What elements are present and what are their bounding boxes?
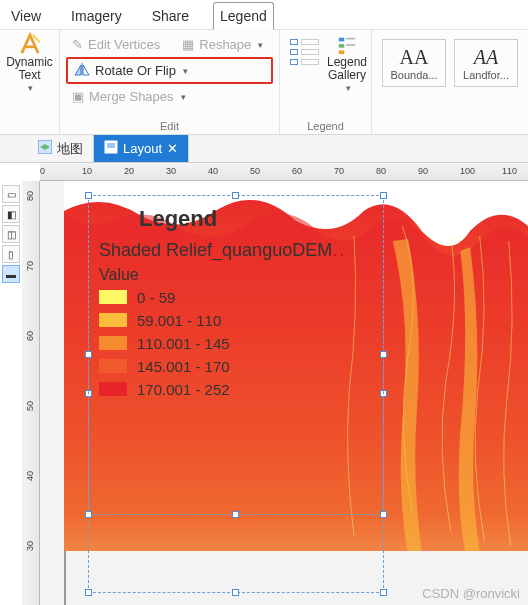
- text-style-icon: AA: [474, 46, 498, 69]
- dynamic-text-icon: [20, 35, 40, 55]
- resize-handle[interactable]: [232, 511, 239, 518]
- legend-swatch: [99, 382, 127, 396]
- resize-handle[interactable]: [380, 589, 387, 596]
- ruler-tick: 50: [25, 401, 35, 411]
- ruler-tick: 50: [250, 166, 260, 176]
- legend-item-label: 145.001 - 170: [137, 358, 230, 375]
- legend-swatch: [99, 290, 127, 304]
- reshape-button: ▦ Reshape ▾: [176, 35, 269, 54]
- ruler-tick: 80: [25, 191, 35, 201]
- tab-legend[interactable]: Legend: [213, 2, 274, 30]
- ruler-tick: 80: [376, 166, 386, 176]
- merge-shapes-icon: ▣: [72, 89, 84, 104]
- text-style-label: Bounda...: [390, 69, 437, 81]
- ruler-tick: 20: [124, 166, 134, 176]
- legend-item: 0 - 59: [99, 286, 346, 309]
- tool-button-active[interactable]: ▬: [2, 265, 20, 283]
- close-icon[interactable]: ✕: [167, 141, 178, 156]
- chevron-down-icon: ▾: [183, 66, 188, 76]
- chevron-down-icon: ▾: [258, 40, 263, 50]
- merge-shapes-button: ▣ Merge Shapes ▾: [66, 87, 273, 106]
- svg-rect-2: [339, 44, 344, 48]
- page-canvas[interactable]: Legend Shaded Relief_quanguoDEM.. Value …: [40, 181, 528, 605]
- layout-canvas: ▭ ◧ ◫ ▯ ▬ 0102030405060708090100110 8070…: [0, 163, 528, 605]
- legend-swatch: [99, 359, 127, 373]
- chevron-down-icon: ▾: [28, 83, 33, 93]
- watermark: CSDN @ronvicki: [422, 586, 520, 601]
- chevron-down-icon: ▾: [346, 83, 351, 93]
- rotate-flip-icon: [74, 62, 90, 79]
- edit-vertices-label: Edit Vertices: [88, 37, 160, 52]
- legend-item: 110.001 - 145: [99, 332, 346, 355]
- resize-handle[interactable]: [85, 511, 92, 518]
- ruler-tick: 10: [82, 166, 92, 176]
- legend-group-label: Legend: [286, 118, 365, 134]
- legend-item: 170.001 - 252: [99, 378, 346, 401]
- legend-layer-name: Shaded Relief_quanguoDEM..: [99, 240, 346, 262]
- legend-value-label: Value: [99, 266, 346, 284]
- legend-gallery-label: Legend Gallery: [327, 56, 367, 82]
- vertical-toolbar: ▭ ◧ ◫ ▯ ▬: [0, 181, 22, 283]
- resize-handle[interactable]: [85, 589, 92, 596]
- selection-frame-inner[interactable]: Legend Shaded Relief_quanguoDEM.. Value …: [88, 195, 384, 515]
- text-style-boundary[interactable]: AA Bounda...: [382, 39, 446, 87]
- dynamic-text-label: Dynamic Text: [6, 56, 53, 82]
- doc-tab-map-label: 地图: [57, 140, 83, 158]
- legend-item-label: 0 - 59: [137, 289, 175, 306]
- legend-style-icons[interactable]: [286, 33, 323, 118]
- tab-view[interactable]: View: [5, 3, 47, 29]
- tool-button[interactable]: ◫: [2, 225, 20, 243]
- ruler-tick: 40: [25, 471, 35, 481]
- horizontal-ruler: 0102030405060708090100110: [40, 163, 528, 181]
- tool-button[interactable]: ▭: [2, 185, 20, 203]
- ruler-tick: 60: [292, 166, 302, 176]
- ruler-tick: 90: [418, 166, 428, 176]
- legend-item: 59.001 - 110: [99, 309, 346, 332]
- reshape-label: Reshape: [199, 37, 251, 52]
- rotate-or-flip-button[interactable]: Rotate Or Flip ▾: [66, 57, 273, 84]
- resize-handle[interactable]: [232, 192, 239, 199]
- svg-rect-7: [107, 143, 115, 148]
- resize-handle[interactable]: [232, 589, 239, 596]
- legend-item-label: 59.001 - 110: [137, 312, 221, 329]
- resize-handle[interactable]: [85, 192, 92, 199]
- legend-item-label: 170.001 - 252: [137, 381, 230, 398]
- ribbon: Dynamic Text ▾ ✎ Edit Vertices ▦ Reshape…: [0, 30, 528, 135]
- svg-rect-3: [346, 44, 355, 46]
- resize-handle[interactable]: [380, 351, 387, 358]
- tab-share[interactable]: Share: [146, 3, 195, 29]
- legend-swatch: [99, 336, 127, 350]
- chevron-down-icon: ▾: [181, 92, 186, 102]
- doc-tab-map[interactable]: 地图: [28, 135, 94, 162]
- text-style-label: Landfor...: [463, 69, 509, 81]
- doc-tab-layout-label: Layout: [123, 141, 162, 156]
- resize-handle[interactable]: [380, 192, 387, 199]
- ruler-tick: 70: [334, 166, 344, 176]
- legend-gallery-icon: [337, 35, 357, 55]
- resize-handle[interactable]: [85, 351, 92, 358]
- doc-tab-layout[interactable]: Layout ✕: [94, 135, 189, 162]
- text-style-landform[interactable]: AA Landfor...: [454, 39, 518, 87]
- merge-shapes-label: Merge Shapes: [89, 89, 174, 104]
- reshape-icon: ▦: [182, 37, 194, 52]
- tool-button[interactable]: ◧: [2, 205, 20, 223]
- dynamic-text-button[interactable]: Dynamic Text ▾: [6, 33, 53, 134]
- legend-gallery-button[interactable]: Legend Gallery ▾: [327, 33, 367, 118]
- legend-element[interactable]: Legend Shaded Relief_quanguoDEM.. Value …: [93, 200, 352, 407]
- resize-handle[interactable]: [380, 511, 387, 518]
- ruler-tick: 60: [25, 331, 35, 341]
- legend-items: 0 - 5959.001 - 110110.001 - 145145.001 -…: [99, 286, 346, 401]
- map-icon: [38, 140, 52, 157]
- legend-item-label: 110.001 - 145: [137, 335, 230, 352]
- text-style-icon: AA: [400, 46, 429, 69]
- tab-imagery[interactable]: Imagery: [65, 3, 128, 29]
- rotate-or-flip-label: Rotate Or Flip: [95, 63, 176, 78]
- tool-button[interactable]: ▯: [2, 245, 20, 263]
- ruler-tick: 100: [460, 166, 475, 176]
- edit-vertices-icon: ✎: [72, 37, 83, 52]
- ruler-tick: 0: [40, 166, 45, 176]
- svg-rect-1: [346, 38, 355, 40]
- ruler-tick: 40: [208, 166, 218, 176]
- legend-item: 145.001 - 170: [99, 355, 346, 378]
- document-tab-bar: 地图 Layout ✕: [0, 135, 528, 163]
